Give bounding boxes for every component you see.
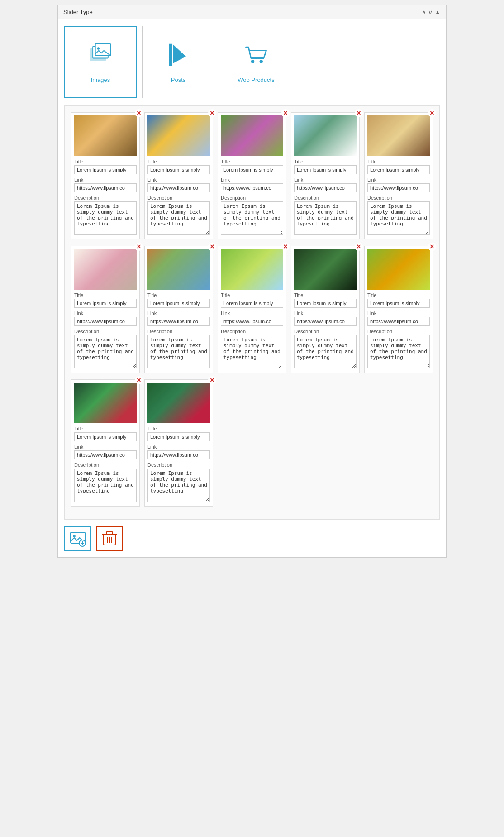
image-thumbnail bbox=[147, 249, 210, 290]
link-label: Link bbox=[74, 444, 137, 450]
image-card: ×TitleLinkDescription bbox=[71, 246, 140, 373]
images-row-1: ×TitleLinkDescription×TitleLinkDescripti… bbox=[71, 112, 433, 239]
description-textarea[interactable] bbox=[367, 201, 430, 235]
link-input[interactable] bbox=[147, 317, 210, 326]
description-textarea[interactable] bbox=[367, 335, 430, 368]
link-label: Link bbox=[74, 177, 137, 182]
link-label: Link bbox=[147, 177, 210, 182]
link-input[interactable] bbox=[74, 317, 137, 326]
slider-type-images[interactable]: Images bbox=[64, 26, 137, 98]
link-label: Link bbox=[147, 311, 210, 316]
slider-type-row: Images Posts bbox=[64, 26, 440, 98]
image-thumbnail bbox=[74, 249, 137, 290]
title-label: Title bbox=[221, 292, 283, 298]
svg-point-8 bbox=[73, 535, 76, 537]
remove-image-button[interactable]: × bbox=[281, 109, 290, 117]
widget-header: Slider Type ∧ ∨ ▲ bbox=[58, 5, 446, 19]
svg-rect-14 bbox=[107, 531, 112, 534]
remove-image-button[interactable]: × bbox=[428, 243, 436, 251]
link-label: Link bbox=[221, 177, 283, 182]
title-label: Title bbox=[294, 159, 357, 164]
slider-type-posts[interactable]: Posts bbox=[142, 26, 214, 98]
title-input[interactable] bbox=[147, 299, 210, 308]
remove-image-button[interactable]: × bbox=[355, 109, 363, 117]
woo-icon bbox=[242, 41, 270, 72]
delete-button[interactable] bbox=[96, 526, 123, 551]
svg-point-3 bbox=[97, 47, 100, 50]
images-label: Images bbox=[91, 77, 110, 83]
description-textarea[interactable] bbox=[74, 201, 137, 235]
link-input[interactable] bbox=[367, 317, 430, 326]
image-thumbnail bbox=[367, 115, 430, 156]
description-textarea[interactable] bbox=[294, 335, 357, 368]
image-thumbnail bbox=[294, 249, 357, 290]
link-input[interactable] bbox=[221, 317, 283, 326]
image-thumbnail bbox=[147, 383, 210, 423]
remove-image-button[interactable]: × bbox=[135, 376, 143, 384]
title-label: Title bbox=[74, 292, 137, 298]
description-label: Description bbox=[294, 329, 357, 334]
description-textarea[interactable] bbox=[221, 201, 283, 235]
description-textarea[interactable] bbox=[147, 201, 210, 235]
title-input[interactable] bbox=[74, 432, 137, 441]
title-label: Title bbox=[221, 159, 283, 164]
link-input[interactable] bbox=[294, 183, 357, 192]
images-row-3: ×TitleLinkDescription×TitleLinkDescripti… bbox=[71, 379, 433, 507]
title-input[interactable] bbox=[221, 299, 283, 308]
collapse-up-icon[interactable]: ∧ bbox=[422, 9, 426, 15]
description-textarea[interactable] bbox=[74, 335, 137, 368]
slider-type-woo[interactable]: Woo Products bbox=[220, 26, 292, 98]
description-label: Description bbox=[74, 329, 137, 334]
link-input[interactable] bbox=[147, 183, 210, 192]
link-input[interactable] bbox=[294, 317, 357, 326]
description-textarea[interactable] bbox=[294, 201, 357, 235]
remove-image-button[interactable]: × bbox=[135, 109, 143, 117]
link-input[interactable] bbox=[74, 450, 137, 459]
description-textarea[interactable] bbox=[147, 335, 210, 368]
remove-image-button[interactable]: × bbox=[281, 243, 290, 251]
title-input[interactable] bbox=[74, 299, 137, 308]
description-label: Description bbox=[367, 195, 430, 201]
description-label: Description bbox=[221, 329, 283, 334]
link-label: Link bbox=[221, 311, 283, 316]
title-input[interactable] bbox=[221, 165, 283, 174]
link-input[interactable] bbox=[367, 183, 430, 192]
title-input[interactable] bbox=[294, 165, 357, 174]
description-textarea[interactable] bbox=[221, 335, 283, 368]
link-input[interactable] bbox=[74, 183, 137, 192]
title-input[interactable] bbox=[147, 432, 210, 441]
link-input[interactable] bbox=[147, 450, 210, 459]
title-input[interactable] bbox=[367, 165, 430, 174]
woo-label: Woo Products bbox=[238, 77, 274, 83]
remove-image-button[interactable]: × bbox=[208, 109, 216, 117]
remove-image-button[interactable]: × bbox=[355, 243, 363, 251]
posts-label: Posts bbox=[171, 77, 186, 83]
title-input[interactable] bbox=[294, 299, 357, 308]
link-label: Link bbox=[367, 177, 430, 182]
description-label: Description bbox=[74, 462, 137, 468]
image-card: ×TitleLinkDescription bbox=[71, 112, 140, 239]
remove-image-button[interactable]: × bbox=[208, 376, 216, 384]
header-controls: ∧ ∨ ▲ bbox=[422, 9, 441, 15]
svg-point-6 bbox=[260, 60, 263, 63]
link-label: Link bbox=[367, 311, 430, 316]
images-icon bbox=[87, 41, 114, 72]
description-label: Description bbox=[147, 195, 210, 201]
remove-image-button[interactable]: × bbox=[135, 243, 143, 251]
add-image-button[interactable] bbox=[64, 526, 91, 551]
link-input[interactable] bbox=[221, 183, 283, 192]
remove-image-button[interactable]: × bbox=[208, 243, 216, 251]
title-input[interactable] bbox=[367, 299, 430, 308]
expand-icon[interactable]: ▲ bbox=[434, 9, 441, 15]
title-label: Title bbox=[294, 292, 357, 298]
description-textarea[interactable] bbox=[74, 469, 137, 502]
title-input[interactable] bbox=[74, 165, 137, 174]
title-input[interactable] bbox=[147, 165, 210, 174]
image-thumbnail bbox=[294, 115, 357, 156]
remove-image-button[interactable]: × bbox=[428, 109, 436, 117]
images-area: ×TitleLinkDescription×TitleLinkDescripti… bbox=[64, 105, 440, 520]
image-thumbnail bbox=[221, 249, 283, 290]
collapse-down-icon[interactable]: ∨ bbox=[428, 9, 433, 15]
description-textarea[interactable] bbox=[147, 469, 210, 502]
image-card: ×TitleLinkDescription bbox=[144, 112, 213, 239]
